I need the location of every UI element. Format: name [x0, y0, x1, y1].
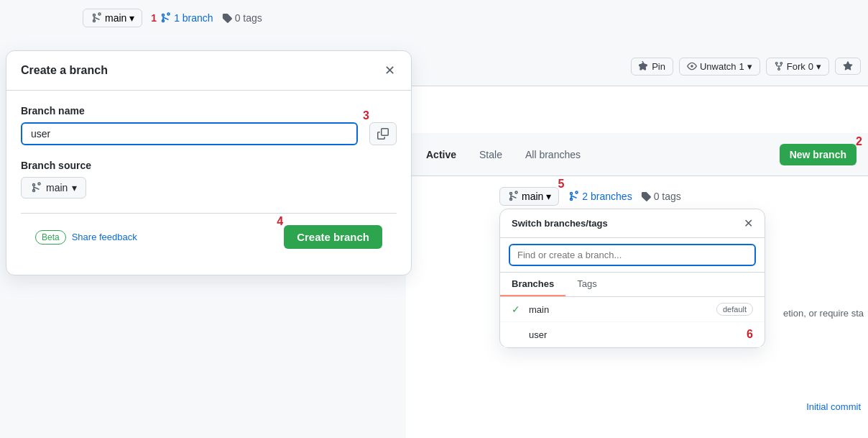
create-branch-label: Create branch: [297, 231, 369, 243]
modal-footer: Beta Share feedback Create branch 4: [21, 213, 397, 260]
create-branch-modal: Create a branch ✕ Branch name 3 Branch s…: [6, 50, 412, 275]
switch-panel-close-button[interactable]: ✕: [744, 216, 753, 230]
fork-button[interactable]: Fork 0 ▾: [766, 58, 829, 76]
modal-body: Branch name 3 Branch source main ▾: [6, 91, 411, 275]
default-badge: default: [716, 303, 753, 316]
new-branch-button[interactable]: New branch 2: [780, 144, 857, 165]
pin-label: Pin: [652, 61, 665, 72]
fork-arrow: ▾: [816, 61, 821, 72]
branch-search-input[interactable]: [509, 244, 756, 266]
tab-tags[interactable]: Tags: [565, 273, 608, 296]
second-branch-dropdown[interactable]: main ▾ 5: [499, 187, 559, 206]
repo-header: Pin Unwatch 1 ▾ Fork 0 ▾: [406, 47, 868, 86]
modal-close-button[interactable]: ✕: [383, 63, 397, 78]
unwatch-label: Unwatch: [700, 61, 737, 72]
second-tag-count: 0 tags: [654, 191, 681, 202]
tag-count-link[interactable]: 0 tags: [222, 12, 262, 24]
branch-source-dropdown[interactable]: main ▾: [21, 177, 86, 199]
branch-name-row: 3: [21, 122, 397, 145]
beta-feedback-area: Beta Share feedback: [35, 230, 137, 245]
tag-count-text: 0 tags: [235, 12, 262, 24]
modal-title: Create a branch: [21, 64, 108, 77]
modal-header: Create a branch ✕: [6, 51, 411, 91]
branch-source-label: Branch source: [21, 160, 397, 171]
branch-item-user[interactable]: user 6: [500, 322, 765, 347]
fork-label: Fork: [787, 61, 805, 72]
step-badge-5: 5: [558, 178, 564, 191]
step-badge-2: 2: [856, 135, 862, 148]
dropdown-arrow: ▾: [129, 12, 134, 24]
second-branch-bar: main ▾ 5 2 branches 0 tags: [499, 187, 681, 206]
star-button[interactable]: [835, 58, 861, 75]
switch-panel-search: [500, 238, 765, 273]
create-branch-button[interactable]: Create branch 4: [284, 225, 382, 249]
branch-source-arrow: ▾: [72, 182, 77, 193]
branch-count-num: 1: [151, 12, 157, 24]
branch-item-main[interactable]: ✓ main default: [500, 297, 765, 322]
branch-count-link[interactable]: 1 1 branch: [151, 12, 213, 24]
tab-active[interactable]: Active: [417, 145, 465, 165]
tab-all-branches[interactable]: All branches: [517, 145, 589, 165]
fork-count: 0: [808, 61, 813, 72]
top-bar: main ▾ 1 1 branch 0 tags: [83, 9, 262, 27]
overflow-text: etion, or require sta: [779, 305, 868, 321]
branch-source-value: main: [46, 182, 68, 193]
second-branch-count: 2 branches: [582, 191, 632, 202]
second-dropdown-arrow: ▾: [546, 191, 551, 202]
main-branch-label: main: [105, 12, 126, 24]
share-feedback-link[interactable]: Share feedback: [72, 232, 137, 242]
branch-name-label: Branch name: [21, 105, 397, 117]
step-badge-4: 4: [277, 215, 283, 228]
switch-panel-tabs: Branches Tags: [500, 273, 765, 297]
switch-panel-header: Switch branches/tags ✕: [500, 209, 765, 238]
branch-count-text: 1 branch: [174, 12, 213, 24]
unwatch-button[interactable]: Unwatch 1 ▾: [679, 58, 760, 76]
copy-branch-name-button[interactable]: [369, 122, 397, 145]
branch-name-main: main: [529, 304, 711, 315]
unwatch-arrow: ▾: [747, 61, 752, 72]
step-badge-6: 6: [747, 328, 753, 341]
unwatch-count: 1: [739, 61, 744, 72]
second-branch-label: main: [522, 191, 543, 202]
beta-badge: Beta: [35, 230, 66, 245]
step-badge-3: 3: [363, 109, 369, 122]
tab-stale[interactable]: Stale: [471, 145, 511, 165]
second-branch-count-link[interactable]: 2 branches: [568, 191, 632, 202]
check-icon: ✓: [512, 304, 523, 315]
tab-branches[interactable]: Branches: [500, 273, 565, 296]
main-branch-dropdown[interactable]: main ▾: [83, 9, 142, 27]
switch-panel-title: Switch branches/tags: [512, 218, 608, 229]
pin-button[interactable]: Pin: [631, 58, 673, 76]
switch-branches-panel: Switch branches/tags ✕ Branches Tags ✓ m…: [499, 209, 765, 348]
branches-filter-bar: Active Stale All branches New branch 2: [406, 133, 868, 176]
new-branch-label: New branch: [790, 149, 846, 160]
branch-name-user: user: [529, 329, 738, 340]
branch-name-input[interactable]: [21, 122, 358, 145]
second-tag-count-link[interactable]: 0 tags: [641, 191, 681, 202]
initial-commit-link[interactable]: Initial commit: [806, 401, 861, 412]
